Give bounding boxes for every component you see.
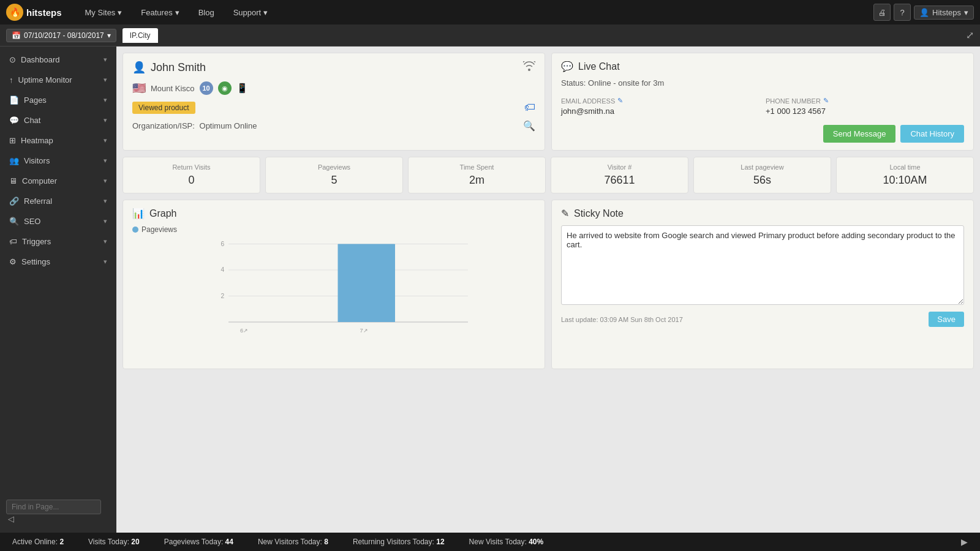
collapse-sidebar-button[interactable]: ◁: [8, 514, 14, 523]
help-button[interactable]: ?: [894, 4, 911, 21]
wifi-icon: [523, 61, 535, 74]
stats-row: Return Visits 0 Pageviews 5 Time Spent 2…: [123, 157, 974, 193]
top-navigation: 🔥 hitsteps My Sites ▾ Features ▾ Blog Su…: [0, 0, 980, 24]
sidebar-item-settings[interactable]: ⚙ Settings ▾: [0, 252, 116, 272]
visitor-header: 👤 John Smith: [132, 61, 535, 74]
main-content: 👤 John Smith 🇺🇸 Mount Kis: [116, 47, 980, 533]
sidebar-item-label: Heatmap: [21, 136, 53, 145]
sidebar-item-heatmap[interactable]: ⊞ Heatmap ▾: [0, 130, 116, 151]
product-badge: Viewed product: [132, 102, 195, 114]
user-avatar-icon: 👤: [919, 8, 929, 17]
sticky-edit-icon: ✎: [561, 208, 569, 219]
print-button[interactable]: 🖨: [873, 4, 891, 21]
stat-local-time: Local time 10:10AM: [836, 157, 974, 193]
sidebar-item-visitors[interactable]: 👥 Visitors ▾: [0, 151, 116, 171]
send-message-button[interactable]: Send Message: [823, 125, 896, 143]
sidebar-item-chat[interactable]: 💬 Chat ▾: [0, 110, 116, 130]
search-button[interactable]: 🔍: [523, 120, 535, 132]
sidebar-item-label: Uptime Monitor: [18, 75, 72, 84]
sticky-note-textarea[interactable]: [561, 225, 964, 305]
nav-features[interactable]: Features ▾: [136, 5, 184, 20]
sidebar-item-dashboard[interactable]: ⊙ Dashboard ▾: [0, 50, 116, 70]
chevron-right-icon: ▾: [104, 238, 107, 246]
bottom-cards-row: 📊 Graph Pageviews 6: [123, 200, 974, 369]
find-in-page: ◁: [0, 497, 116, 527]
seo-icon: 🔍: [9, 217, 19, 226]
sidebar-item-label: Settings: [21, 257, 50, 266]
svg-text:2: 2: [221, 293, 225, 299]
sidebar-item-label: SEO: [24, 217, 40, 226]
sidebar-item-label: Chat: [24, 116, 40, 125]
email-field: EMAIL ADDRESS ✎ john@smith.na: [561, 97, 760, 116]
phone-field: PHONE NUMBER ✎ +1 000 123 4567: [766, 97, 964, 116]
sticky-note-title: ✎ Sticky Note: [561, 208, 964, 219]
referral-icon: 🔗: [9, 197, 19, 206]
active-online-stat: Active Online: 2: [12, 538, 64, 546]
main-layout: ⊙ Dashboard ▾ ↑ Uptime Monitor ▾ 📄 Pages…: [0, 47, 980, 533]
expand-button[interactable]: ⤢: [966, 29, 974, 41]
visitors-icon: 👥: [9, 156, 19, 165]
chevron-right-icon: ▾: [104, 56, 107, 64]
visitor-name: John Smith: [151, 61, 206, 74]
visitor-info-row: 🇺🇸 Mount Kisco 10 ◉ 📱: [132, 81, 535, 95]
sticky-footer: Last update: 03:09 AM Sun 8th Oct 2017 S…: [561, 312, 964, 327]
stat-time-spent: Time Spent 2m: [408, 157, 546, 193]
date-range-picker[interactable]: 📅 07/10/2017 - 08/10/2017 ▾: [6, 29, 116, 42]
heatmap-icon: ⊞: [9, 136, 16, 145]
date-bar: 📅 07/10/2017 - 08/10/2017 ▾ IP.City ⤢: [0, 24, 980, 47]
sidebar-item-seo[interactable]: 🔍 SEO ▾: [0, 211, 116, 231]
flag-icon: 🇺🇸: [132, 81, 146, 95]
edit-phone-icon[interactable]: ✎: [823, 97, 829, 105]
nav-blog[interactable]: Blog: [194, 5, 219, 20]
nav-my-sites[interactable]: My Sites ▾: [80, 5, 127, 20]
svg-text:4: 4: [221, 266, 225, 273]
new-visits-stat: New Visits Today: 40%: [469, 538, 544, 546]
chevron-right-icon: ▾: [104, 96, 107, 104]
chat-history-button[interactable]: Chat History: [900, 125, 964, 143]
chevron-right-icon: ▾: [104, 217, 107, 225]
user-menu-button[interactable]: 👤 Hitsteps ▾: [914, 6, 974, 20]
expand-right-button[interactable]: ▶: [961, 537, 968, 547]
logo[interactable]: 🔥 hitsteps: [6, 4, 62, 21]
graph-legend: Pageviews: [132, 225, 535, 234]
sidebar-item-label: Triggers: [22, 237, 51, 246]
ip-city-tab[interactable]: IP.City: [123, 28, 158, 43]
svg-text:6: 6: [221, 241, 225, 247]
bottom-bar: Active Online: 2 Visits Today: 20 Pagevi…: [0, 533, 980, 551]
chevron-right-icon: ▾: [104, 258, 107, 266]
sidebar-item-pages[interactable]: 📄 Pages ▾: [0, 90, 116, 110]
chevron-right-icon: ▾: [104, 76, 107, 84]
chevron-right-icon: ▾: [104, 137, 107, 144]
svg-text:7↗: 7↗: [360, 328, 368, 334]
sidebar-item-computer[interactable]: 🖥 Computer ▾: [0, 171, 116, 191]
chevron-right-icon: ▾: [104, 197, 107, 205]
sidebar-item-label: Pages: [24, 96, 47, 105]
stat-return-visits: Return Visits 0: [123, 157, 260, 193]
pageviews-today-stat: Pageviews Today: 44: [164, 538, 233, 546]
org-row: Organization/ISP: Optimum Online 🔍: [132, 120, 535, 132]
nav-support[interactable]: Support ▾: [228, 5, 273, 20]
sidebar-item-referral[interactable]: 🔗 Referral ▾: [0, 191, 116, 211]
returning-visitors-stat: Returning Visitors Today: 12: [353, 538, 445, 546]
visitor-card: 👤 John Smith 🇺🇸 Mount Kis: [123, 53, 545, 151]
calendar-icon: 📅: [12, 31, 21, 40]
dashboard-icon: ⊙: [9, 55, 16, 64]
graph-area: 6 4 2 6↗ 7↗: [132, 239, 535, 361]
find-in-page-input[interactable]: [6, 500, 101, 514]
email-value: john@smith.na: [561, 107, 760, 116]
badge-row: Viewed product 🏷: [132, 101, 535, 114]
stat-last-pageview: Last pageview 56s: [693, 157, 831, 193]
person-icon: 👤: [132, 61, 146, 74]
chat-icon: 💬: [9, 116, 19, 125]
live-chat-card: 💬 Live Chat Status: Online - onsite for …: [551, 53, 974, 151]
sidebar-item-triggers[interactable]: 🏷 Triggers ▾: [0, 231, 116, 252]
sticky-note-card: ✎ Sticky Note Last update: 03:09 AM Sun …: [551, 200, 974, 369]
logo-text: hitsteps: [26, 7, 62, 18]
sidebar-item-uptime-monitor[interactable]: ↑ Uptime Monitor ▾: [0, 70, 116, 90]
stat-visitor-number: Visitor # 76611: [551, 157, 688, 193]
chat-bubble-icon: 💬: [561, 61, 573, 72]
new-visitors-stat: New Visitors Today: 8: [258, 538, 328, 546]
edit-email-icon[interactable]: ✎: [617, 97, 623, 105]
sidebar-item-label: Visitors: [24, 156, 50, 165]
save-button[interactable]: Save: [929, 312, 964, 327]
